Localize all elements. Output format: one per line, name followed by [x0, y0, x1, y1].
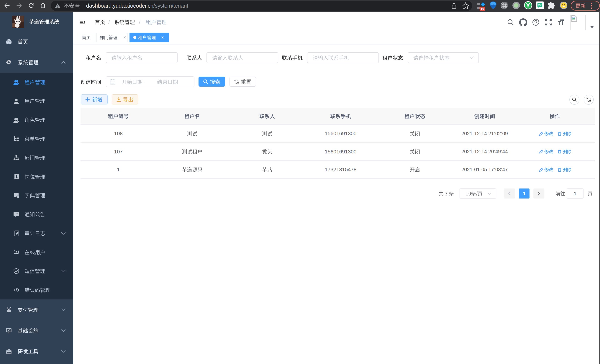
svg-text:10: 10 — [481, 7, 484, 10]
